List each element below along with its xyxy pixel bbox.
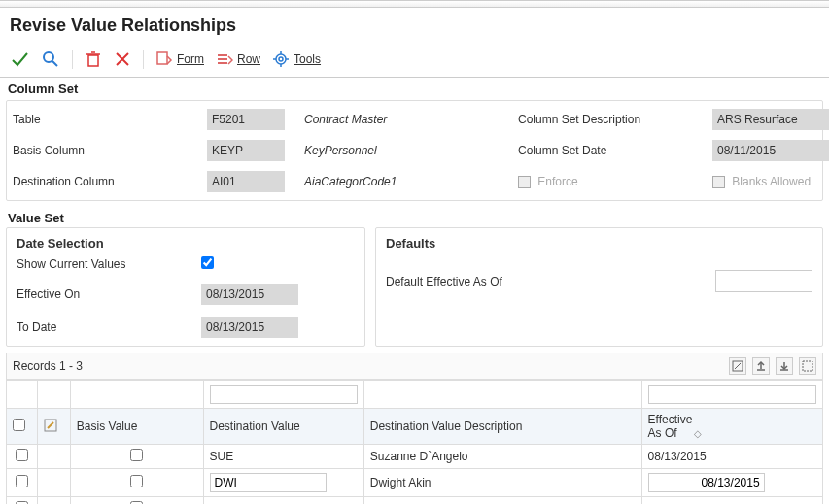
defaults-header: Defaults	[386, 236, 812, 251]
toolbar-separator	[72, 50, 73, 69]
default-eff-field[interactable]	[715, 270, 812, 292]
table-desc: Contract Master	[304, 113, 518, 126]
sort-indicator-icon: ◇	[694, 428, 702, 439]
effective-as-of-cell[interactable]	[641, 469, 822, 497]
form-menu-label: Form	[177, 52, 204, 66]
cancel-button[interactable]	[110, 49, 135, 70]
records-bar: Records 1 - 3	[6, 353, 823, 380]
filter-effective-as-of[interactable]	[648, 385, 816, 404]
row-menu[interactable]: Row	[212, 49, 264, 70]
column-set-header: Column Set	[0, 78, 829, 98]
effective-on-label: Effective On	[17, 287, 201, 301]
destination-value-cell[interactable]	[203, 497, 363, 505]
records-count: Records 1 - 3	[13, 359, 83, 373]
date-selection-header: Date Selection	[17, 236, 355, 251]
destination-value-input[interactable]	[210, 473, 327, 492]
to-date-field[interactable]: 08/13/2015	[201, 317, 298, 338]
date-selection-panel: Date Selection Show Current Values Effec…	[6, 227, 365, 347]
effective-on-field[interactable]: 08/13/2015	[201, 284, 298, 305]
tools-menu[interactable]: Tools	[268, 49, 325, 70]
maximize-grid-button[interactable]	[799, 357, 816, 375]
cs-desc-field[interactable]: ARS Resurface	[712, 109, 829, 130]
show-current-label: Show Current Values	[17, 257, 201, 271]
blanks-label: Blanks Allowed	[732, 175, 811, 188]
effective-as-of-cell[interactable]	[641, 497, 822, 505]
filter-destination-value[interactable]	[210, 385, 358, 404]
page-title: Revise Value Relationships	[0, 8, 829, 46]
row-select-checkbox[interactable]	[16, 475, 28, 487]
basis-desc: KeyPersonnel	[304, 144, 518, 157]
column-set-panel: Table F5201 Contract Master Column Set D…	[6, 100, 823, 201]
effective-as-of-input[interactable]	[648, 473, 765, 492]
to-date-label: To Date	[17, 320, 201, 334]
window-titlebar	[0, 0, 829, 8]
svg-line-18	[735, 363, 741, 369]
svg-line-1	[52, 61, 57, 66]
default-eff-label: Default Effective As Of	[386, 275, 502, 288]
ok-button[interactable]	[6, 48, 33, 71]
data-grid: Basis Value Destination Value Destinatio…	[6, 380, 823, 504]
destination-desc-cell	[363, 497, 641, 505]
svg-rect-2	[88, 55, 98, 66]
export-button[interactable]	[752, 357, 770, 375]
svg-point-11	[276, 54, 286, 64]
edit-column-header[interactable]	[38, 409, 71, 445]
svg-rect-23	[803, 361, 812, 371]
row-menu-label: Row	[237, 52, 260, 66]
basis-label: Basis Column	[13, 144, 207, 157]
enforce-checkbox	[518, 176, 531, 188]
destination-value-header[interactable]: Destination Value	[203, 409, 363, 445]
effective-as-of-cell[interactable]: 08/13/2015	[641, 445, 822, 469]
svg-point-12	[279, 57, 283, 61]
select-all-checkbox[interactable]	[13, 419, 25, 431]
tools-menu-label: Tools	[294, 52, 321, 66]
table-row	[7, 497, 823, 505]
value-set-header: Value Set	[0, 207, 829, 227]
row-select-checkbox[interactable]	[16, 449, 28, 461]
destination-desc-cell: Suzanne D`Angelo	[363, 445, 641, 469]
cs-desc-label: Column Set Description	[518, 113, 712, 126]
cs-date-label: Column Set Date	[518, 144, 712, 157]
show-current-checkbox[interactable]	[201, 256, 214, 269]
toolbar-separator	[143, 50, 144, 69]
destination-desc-header[interactable]: Destination Value Description	[363, 409, 641, 445]
cs-date-field[interactable]: 08/11/2015	[712, 140, 829, 161]
svg-rect-7	[157, 52, 167, 64]
find-button[interactable]	[37, 48, 64, 71]
customize-grid-button[interactable]	[729, 357, 746, 375]
table-row: Dwight Akin	[7, 469, 823, 497]
defaults-panel: Defaults Default Effective As Of	[375, 227, 823, 347]
blanks-checkbox	[712, 176, 725, 188]
destination-value-cell[interactable]: SUE	[203, 445, 363, 469]
svg-line-25	[48, 422, 53, 428]
toolbar: Form Row Tools	[0, 46, 829, 78]
destination-desc-cell: Dwight Akin	[363, 469, 641, 497]
basis-value-checkbox[interactable]	[130, 475, 143, 487]
enforce-label: Enforce	[537, 175, 577, 188]
delete-button[interactable]	[81, 49, 106, 70]
dest-field[interactable]: AI01	[207, 171, 285, 192]
destination-value-cell[interactable]	[203, 469, 363, 497]
svg-point-0	[44, 52, 53, 62]
form-menu[interactable]: Form	[152, 49, 208, 70]
basis-field[interactable]: KEYP	[207, 140, 285, 161]
table-row: SUESuzanne D`Angelo08/13/2015	[7, 445, 823, 469]
import-button[interactable]	[776, 357, 793, 375]
table-label: Table	[13, 113, 207, 126]
effective-as-of-header[interactable]: Effective As Of◇	[641, 409, 822, 445]
table-field[interactable]: F5201	[207, 109, 285, 130]
dest-desc: AiaCategorCode1	[304, 175, 518, 188]
pencil-icon	[44, 419, 57, 432]
dest-label: Destination Column	[13, 175, 207, 188]
basis-value-header[interactable]: Basis Value	[70, 409, 203, 445]
basis-value-checkbox[interactable]	[130, 449, 143, 461]
